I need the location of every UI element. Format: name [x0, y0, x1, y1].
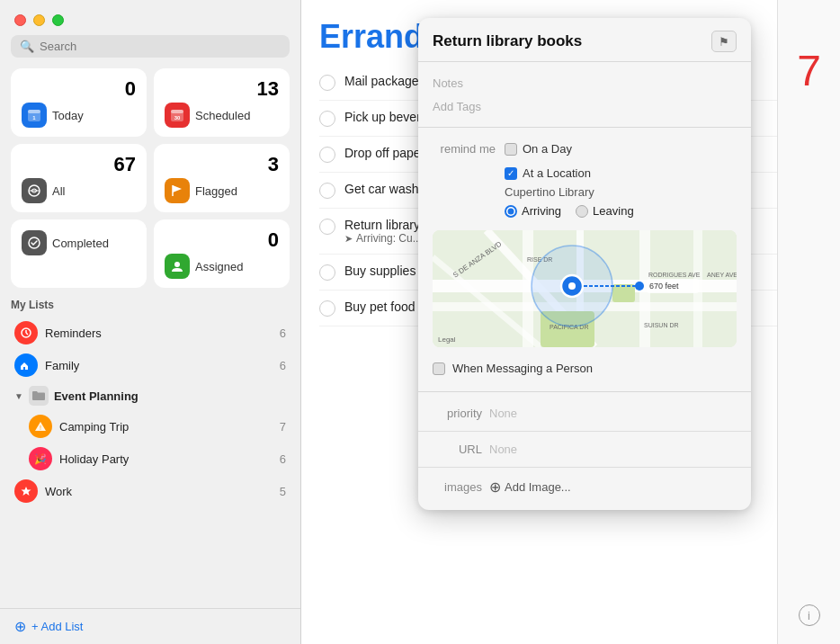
smart-list-completed[interactable]: Completed — [11, 219, 147, 288]
svg-rect-1 — [28, 110, 40, 113]
url-label: URL — [433, 443, 482, 456]
list-item-camping[interactable]: ! Camping Trip 7 — [11, 410, 290, 443]
search-input[interactable] — [40, 40, 281, 53]
group-chevron-icon: ▼ — [14, 391, 23, 401]
add-list-label: + Add List — [31, 620, 83, 633]
minimize-button[interactable] — [33, 14, 45, 26]
flagged-label: Flagged — [195, 184, 237, 198]
svg-point-10 — [174, 262, 180, 267]
my-lists-section: My Lists Reminders 6 Family 6 — [0, 299, 300, 604]
all-icon — [22, 178, 47, 203]
task-complete-toggle[interactable] — [319, 264, 335, 281]
svg-text:Legal: Legal — [438, 335, 456, 344]
smart-list-today[interactable]: 0 1 Today — [11, 68, 147, 137]
priority-field: priority None — [418, 401, 751, 425]
url-value: None — [489, 443, 517, 456]
window-controls — [0, 0, 300, 35]
flagged-icon — [165, 178, 190, 203]
smart-list-assigned[interactable]: 0 Assigned — [154, 219, 290, 288]
family-list-count: 6 — [280, 359, 286, 372]
smart-list-all[interactable]: 67 All — [11, 144, 147, 212]
svg-text:670 feet: 670 feet — [649, 282, 679, 291]
camping-list-count: 7 — [280, 420, 286, 434]
completed-label: Completed — [52, 237, 109, 250]
images-field: images ⊕ Add Image... — [418, 473, 751, 501]
search-bar[interactable]: 🔍 — [11, 35, 290, 58]
remind-on-day-section: remind me On a Day — [418, 137, 751, 161]
flag-icon: ⚑ — [719, 35, 729, 49]
all-count: 67 — [22, 153, 136, 176]
add-list-icon: ⊕ — [14, 618, 26, 635]
svg-point-39 — [635, 282, 644, 291]
url-field: URL None — [418, 437, 751, 461]
maximize-button[interactable] — [52, 14, 64, 26]
at-location-label: At a Location — [523, 166, 591, 180]
sidebar: 🔍 0 1 Today 13 — [0, 0, 301, 644]
svg-marker-17 — [22, 487, 31, 496]
task-complete-toggle[interactable] — [319, 219, 335, 235]
add-image-button[interactable]: ⊕ Add Image... — [489, 479, 571, 496]
at-location-checkbox[interactable]: ✓ — [505, 167, 517, 180]
holiday-list-count: 6 — [280, 452, 286, 466]
family-list-name: Family — [45, 359, 273, 372]
add-image-plus-icon: ⊕ — [489, 479, 501, 496]
work-list-name: Work — [45, 485, 273, 498]
location-name: Cupertino Library — [418, 185, 751, 199]
divider — [418, 391, 751, 392]
divider — [418, 127, 751, 128]
remind-me-label: remind me — [433, 142, 496, 156]
list-item-holiday[interactable]: 🎉 Holiday Party 6 — [11, 443, 290, 475]
smart-list-scheduled[interactable]: 13 30 Scheduled — [154, 68, 290, 137]
holiday-list-icon: 🎉 — [29, 447, 52, 470]
when-messaging-checkbox[interactable] — [433, 362, 445, 375]
popup-header: Return library books ⚑ — [418, 18, 751, 52]
at-location-section: ✓ At a Location — [418, 161, 751, 185]
list-item-family[interactable]: Family 6 — [11, 349, 290, 381]
tags-field[interactable]: Add Tags — [418, 94, 751, 118]
priority-value: None — [489, 407, 517, 420]
leaving-option[interactable]: Leaving — [576, 204, 634, 218]
arriving-option[interactable]: Arriving — [505, 204, 561, 218]
task-complete-toggle[interactable] — [319, 300, 335, 317]
notes-placeholder: Notes — [433, 76, 463, 90]
arriving-radio[interactable] — [505, 205, 517, 218]
task-complete-toggle[interactable] — [319, 147, 335, 163]
info-button[interactable]: i — [799, 604, 820, 626]
svg-text:SUISUN DR: SUISUN DR — [644, 322, 679, 328]
add-list-button[interactable]: ⊕ + Add List — [0, 608, 300, 644]
search-icon: 🔍 — [20, 40, 34, 53]
main-content: Errands + Mail packages Pick up beverage… — [301, 0, 840, 644]
camping-list-icon: ! — [29, 415, 52, 438]
priority-label: priority — [433, 407, 482, 420]
group-event-planning[interactable]: ▼ Event Planning — [11, 381, 290, 410]
notes-field[interactable]: Notes — [418, 71, 751, 94]
scheduled-count: 13 — [165, 77, 279, 101]
flag-button[interactable]: ⚑ — [711, 31, 737, 52]
reminder-detail-popup[interactable]: Return library books ⚑ Notes Add Tags re… — [418, 18, 751, 510]
svg-text:!: ! — [40, 425, 41, 431]
svg-text:ANEY AVE: ANEY AVE — [707, 272, 737, 278]
close-button[interactable] — [14, 14, 26, 26]
on-a-day-label: On a Day — [523, 142, 572, 156]
task-complete-toggle[interactable] — [319, 75, 335, 91]
reminders-list-name: Reminders — [45, 326, 273, 340]
task-complete-toggle[interactable] — [319, 183, 335, 199]
tags-placeholder: Add Tags — [433, 100, 481, 113]
calendar-panel: 7 i — [777, 0, 840, 644]
group-folder-icon — [29, 386, 49, 406]
when-messaging-label: When Messaging a Person — [452, 362, 593, 375]
popup-title: Return library books — [433, 32, 582, 50]
svg-rect-14 — [23, 367, 25, 370]
calendar-day: 7 — [797, 49, 821, 93]
reminders-list-icon — [14, 321, 38, 344]
list-item-reminders[interactable]: Reminders 6 — [11, 317, 290, 349]
reminders-list-count: 6 — [280, 326, 286, 340]
on-a-day-checkbox[interactable] — [505, 143, 517, 156]
task-complete-toggle[interactable] — [319, 111, 335, 127]
svg-rect-4 — [171, 110, 183, 113]
smart-list-flagged[interactable]: 3 Flagged — [154, 144, 290, 212]
map-container[interactable]: S DE ANZA BLVD RODRIGUES AVE ANEY AVE PA… — [433, 230, 737, 347]
list-item-work[interactable]: Work 5 — [11, 475, 290, 507]
arrival-options: Arriving Leaving — [418, 199, 751, 223]
leaving-radio[interactable] — [576, 205, 588, 218]
